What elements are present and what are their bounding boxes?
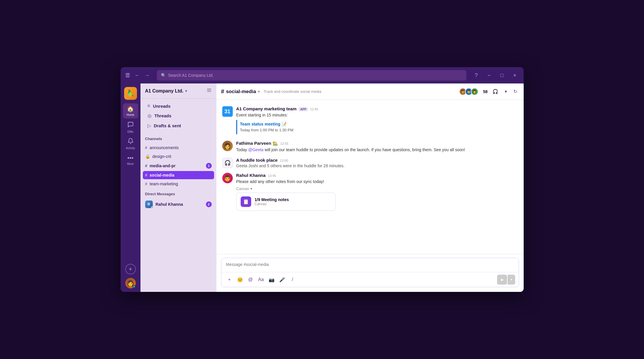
home-icon: 🏠 xyxy=(127,105,134,112)
message-input-box: + 😊 @ Aa 📷 xyxy=(221,258,519,287)
channel-item-announcements[interactable]: # announcements xyxy=(143,144,214,152)
hamburger-icon[interactable]: ☰ xyxy=(125,72,130,79)
minimize-button[interactable]: − xyxy=(485,71,493,79)
send-icon: ➤ xyxy=(500,277,504,283)
member-count[interactable]: 58 xyxy=(483,89,488,94)
canvas-attachment: Canvas ▾ 📋 1/9 Meeting notes Canvas xyxy=(236,187,518,211)
search-icon: 🔍 xyxy=(161,73,166,78)
canvas-card[interactable]: 📋 1/9 Meeting notes Canvas xyxy=(236,193,336,211)
maximize-button[interactable]: □ xyxy=(498,71,506,79)
sidebar-item-dms[interactable]: DMs xyxy=(123,120,138,135)
hash-icon: # xyxy=(145,163,147,168)
huddle-content: A huddle took place 13:00 Geeta Joshi an… xyxy=(236,158,345,168)
event-card[interactable]: Team status meeting 📝 Today from 1:00 PM… xyxy=(236,120,518,134)
search-bar[interactable]: 🔍 Search A1 Company Ltd. xyxy=(157,70,466,81)
msg-time-1: 12:45 xyxy=(310,107,318,111)
message-group-2: 👩 Fathima Parveen 🏡 12:55 Today @ xyxy=(222,139,518,155)
sidebar-item-home[interactable]: 🏠 Home xyxy=(123,103,138,118)
huddle-button[interactable]: 🎧 xyxy=(491,88,500,95)
sidebar-item-drafts[interactable]: ▷ Drafts & sent xyxy=(143,121,214,130)
mic-icon: 🎤 xyxy=(279,277,285,283)
channel-item-social-media[interactable]: # social-media xyxy=(143,171,214,179)
drafts-icon: ▷ xyxy=(147,123,151,128)
channel-hash-icon: # xyxy=(221,88,224,95)
dm-badge: 2 xyxy=(206,201,212,207)
back-button[interactable]: ← xyxy=(133,71,141,80)
message-input[interactable] xyxy=(221,258,519,271)
headphones-icon: 🎧 xyxy=(224,160,231,166)
dms-icon xyxy=(127,121,134,129)
channel-label: media-and-pr xyxy=(150,163,176,168)
message-group-4: 👨 Rahul Khanna 13:45 Please add any othe… xyxy=(222,171,518,212)
channel-item-design-crit[interactable]: 🔒 design-crit xyxy=(143,152,214,161)
msg-avatar-col-4: 👨 xyxy=(222,173,233,211)
event-title: Team status meeting 📝 xyxy=(240,121,518,127)
channel-name-header: # social-media ▾ xyxy=(221,88,260,95)
channel-item-media-and-pr[interactable]: # media-and-pr 1 xyxy=(143,161,214,170)
message-group-1: 31 A1 Company marketing team APP 12:45 E… xyxy=(222,104,518,138)
refresh-button[interactable]: ↻ xyxy=(512,88,519,95)
mic-button[interactable]: 🎤 xyxy=(277,275,287,284)
unreads-label: Unreads xyxy=(153,104,171,109)
filter-icon[interactable] xyxy=(206,88,212,94)
channel-label: team-marketing xyxy=(150,182,178,186)
channel-chevron-icon[interactable]: ▾ xyxy=(258,90,260,94)
user-avatar[interactable]: 👩 xyxy=(125,278,136,288)
workspace-name-button[interactable]: A1 Company Ltd. ▾ xyxy=(145,88,187,94)
drafts-label: Drafts & sent xyxy=(154,123,181,128)
workspace-chevron-icon: ▾ xyxy=(185,89,187,93)
sidebar-item-more[interactable]: ••• More xyxy=(123,152,138,168)
sidebar-item-unreads[interactable]: ≡ Unreads xyxy=(143,101,214,111)
nav-arrows: ← → xyxy=(133,71,151,80)
msg-header-1: A1 Company marketing team APP 12:45 xyxy=(236,106,518,111)
msg-avatar-col: 31 xyxy=(222,106,233,136)
format-button[interactable]: Aa xyxy=(256,275,266,284)
workspace-logo[interactable]: 🦜 xyxy=(124,87,137,100)
emoji-button[interactable]: 😊 xyxy=(235,275,245,284)
chevron-down-button[interactable]: ▾ xyxy=(503,88,509,95)
member-avatars[interactable]: 👩 👨 👩 xyxy=(459,88,478,95)
online-indicator xyxy=(133,285,136,288)
channel-name: social-media xyxy=(226,89,256,95)
logo-icon: 🦜 xyxy=(126,90,134,97)
huddle-title: A huddle took place xyxy=(236,158,278,163)
threads-label: Threads xyxy=(155,113,171,118)
canvas-card-info: 1/9 Meeting notes Canvas xyxy=(255,197,289,206)
lock-icon: 🔒 xyxy=(145,154,150,159)
send-dropdown-button[interactable]: ▾ xyxy=(508,275,515,285)
video-button[interactable]: 📷 xyxy=(267,275,276,284)
house-emoji: 🏡 xyxy=(272,141,278,146)
msg-sender-4: Rahul Khanna xyxy=(236,173,266,178)
msg-sender-1: A1 Company marketing team xyxy=(236,106,297,111)
channel-item-team-marketing[interactable]: # team-marketing xyxy=(143,180,214,188)
add-attachment-button[interactable]: + xyxy=(225,275,234,284)
msg-header-2: Fathima Parveen 🏡 12:55 xyxy=(236,141,518,146)
sidebar-item-activity[interactable]: Activity xyxy=(123,136,138,151)
msg-text-4: Please add any other notes from our sync… xyxy=(236,179,518,185)
mention-button[interactable]: @ xyxy=(246,275,255,284)
fathima-avatar: 👩 xyxy=(222,141,233,151)
dm-item-rahul[interactable]: R Rahul Khanna 2 xyxy=(143,199,214,210)
format-icon: Aa xyxy=(258,277,264,282)
sidebar-item-threads[interactable]: ◎ Threads xyxy=(143,111,214,121)
forward-button[interactable]: → xyxy=(143,71,151,80)
huddle-header: A huddle took place 13:00 xyxy=(236,158,345,163)
help-button[interactable]: ? xyxy=(472,71,480,79)
event-link[interactable]: Team status meeting 📝 xyxy=(240,121,287,127)
add-workspace-button[interactable]: + xyxy=(125,264,136,274)
message-content-2: Fathima Parveen 🏡 12:55 Today @Geeta wil… xyxy=(236,141,518,153)
send-button[interactable]: ➤ xyxy=(497,275,507,285)
huddle-icon: 🎧 xyxy=(222,158,233,168)
close-button[interactable]: × xyxy=(511,71,519,79)
msg-avatar-col-2: 👩 xyxy=(222,141,233,153)
huddle-detail: Geeta Joshi and 5 others were in the hud… xyxy=(236,163,345,168)
canvas-label[interactable]: Canvas ▾ xyxy=(236,187,518,191)
mention-geeta[interactable]: @Geeta xyxy=(248,147,263,152)
canvas-card-icon: 📋 xyxy=(241,196,251,207)
dm-section: Direct Messages xyxy=(140,188,216,198)
channels-section: Channels xyxy=(140,133,216,143)
msg-sender-2: Fathima Parveen 🏡 xyxy=(236,141,278,146)
workspace-title: A1 Company Ltd. xyxy=(145,88,184,94)
channel-label: announcements xyxy=(150,145,179,150)
slash-button[interactable]: / xyxy=(288,275,297,284)
